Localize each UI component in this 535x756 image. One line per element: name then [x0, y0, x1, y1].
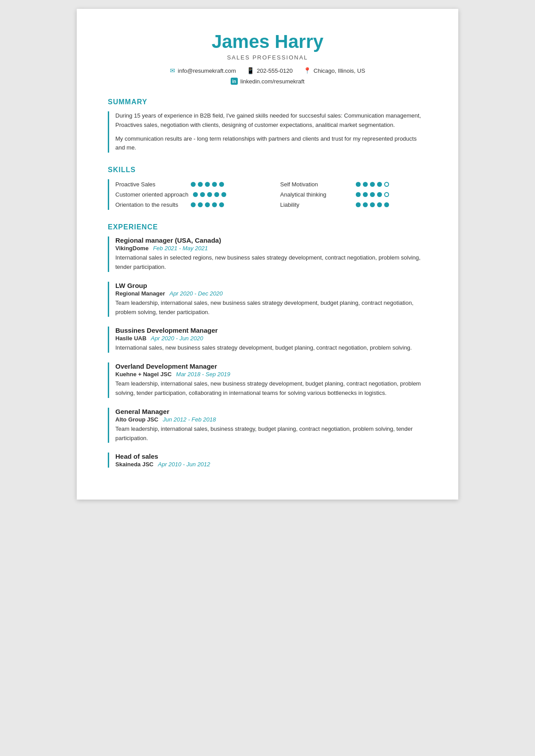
exp-company-skaineda: Skaineda JSC [115, 461, 153, 468]
skill-row-customer: Customer oriented approach [115, 189, 263, 200]
exp-title-haslle: Bussines Development Manager [115, 327, 427, 334]
skill-dots-motivation [356, 182, 389, 187]
exp-company-haslle: Haslle UAB [115, 335, 146, 342]
candidate-name: James Harry [108, 31, 427, 52]
phone-value: 202-555-0120 [257, 67, 293, 74]
exp-title-alto: General Manager [115, 408, 427, 415]
linkedin-contact: in linkedin.com/resumekraft [108, 78, 427, 85]
dot [363, 182, 368, 187]
dot [356, 182, 361, 187]
dot [214, 192, 219, 197]
exp-date-vikingdome: Feb 2021 - May 2021 [153, 245, 208, 252]
dot [377, 182, 382, 187]
email-icon: ✉ [170, 67, 175, 74]
exp-company-row-vikingdome: VikingDome Feb 2021 - May 2021 [115, 245, 427, 252]
exp-title-lwgroup: LW Group [115, 282, 427, 289]
exp-desc-alto: Team leadership, international sales, bu… [115, 425, 427, 443]
dot [198, 202, 203, 207]
exp-title-kuehne: Overland Development Manager [115, 362, 427, 370]
candidate-title: SALES PROFESSIONAL [108, 54, 427, 61]
exp-company-kuehne: Kuehne + Nagel JSC [115, 371, 172, 378]
exp-item-vikingdome: Regional manager (USA, Canada) VikingDom… [108, 236, 427, 272]
skill-dots-analytical [356, 192, 389, 197]
dot [191, 202, 196, 207]
dot [207, 192, 212, 197]
exp-desc-haslle: International sales, new business sales … [115, 343, 427, 353]
dot [193, 192, 198, 197]
exp-company-alto: Alto Group JSC [115, 416, 158, 423]
dot [356, 192, 361, 197]
skills-left: Proactive Sales Customer oriented approa… [115, 179, 263, 210]
exp-company-vikingdome: VikingDome [115, 245, 149, 252]
location-icon: 📍 [303, 67, 311, 74]
location-value: Chicago, Illinois, US [314, 67, 365, 74]
dot [363, 192, 368, 197]
exp-date-haslle: Apr 2020 - Jun 2020 [151, 335, 203, 342]
summary-para-2: My communication results are - long term… [115, 134, 427, 153]
dot [198, 182, 203, 187]
dot [221, 192, 226, 197]
exp-company-row-haslle: Haslle UAB Apr 2020 - Jun 2020 [115, 335, 427, 342]
exp-item-haslle: Bussines Development Manager Haslle UAB … [108, 327, 427, 353]
dot [356, 202, 361, 207]
dot [191, 182, 196, 187]
exp-desc-lwgroup: Team leadership, international sales, ne… [115, 299, 427, 317]
phone-icon: 📱 [247, 67, 254, 74]
linkedin-value: linkedin.com/resumekraft [240, 78, 305, 85]
exp-title-vikingdome: Regional manager (USA, Canada) [115, 236, 427, 244]
skill-dots-orientation [191, 202, 224, 207]
dot [205, 202, 210, 207]
exp-company-row-kuehne: Kuehne + Nagel JSC Mar 2018 - Sep 2019 [115, 371, 427, 378]
exp-company-lwgroup: Regional Manager [115, 290, 165, 297]
dot [384, 192, 389, 197]
exp-title-skaineda: Head of sales [115, 453, 427, 460]
skills-grid: Proactive Sales Customer oriented approa… [115, 179, 427, 210]
skill-dots-proactive [191, 182, 224, 187]
exp-item-kuehne: Overland Development Manager Kuehne + Na… [108, 362, 427, 398]
dot [377, 192, 382, 197]
exp-item-alto: General Manager Alto Group JSC Jun 2012 … [108, 408, 427, 443]
resume-document: James Harry SALES PROFESSIONAL ✉ info@re… [77, 9, 458, 500]
skill-row-orientation: Orientation to the results [115, 200, 263, 210]
dot [370, 192, 375, 197]
linkedin-icon: in [231, 78, 238, 85]
summary-section: SUMMARY During 15 years of experience in… [108, 98, 427, 153]
skill-label-orientation: Orientation to the results [115, 201, 186, 208]
skill-dots-customer [193, 192, 226, 197]
email-contact: ✉ info@resumekraft.com [170, 67, 236, 74]
last-name: Harry [275, 31, 323, 52]
skill-row-motivation: Self Motivation [280, 179, 428, 189]
dot [384, 182, 389, 187]
skills-section: SKILLS Proactive Sales [108, 166, 427, 210]
dot [377, 202, 382, 207]
experience-section: EXPERIENCE Regional manager (USA, Canada… [108, 223, 427, 468]
summary-content: During 15 years of experience in B2B fie… [108, 111, 427, 153]
skills-content: Proactive Sales Customer oriented approa… [108, 179, 427, 210]
skills-right: Self Motivation Analytical thinking [280, 179, 428, 210]
skills-title: SKILLS [108, 166, 427, 174]
contact-info: ✉ info@resumekraft.com 📱 202-555-0120 📍 … [108, 67, 427, 74]
dot [205, 182, 210, 187]
skill-row-analytical: Analytical thinking [280, 189, 428, 200]
dot [363, 202, 368, 207]
header-section: James Harry SALES PROFESSIONAL ✉ info@re… [108, 31, 427, 85]
dot [212, 182, 217, 187]
exp-date-kuehne: Mar 2018 - Sep 2019 [176, 371, 230, 378]
skill-label-motivation: Self Motivation [280, 181, 351, 188]
dot [370, 202, 375, 207]
exp-company-row-lwgroup: Regional Manager Apr 2020 - Dec 2020 [115, 290, 427, 297]
skill-row-liability: Liability [280, 200, 428, 210]
skill-label-liability: Liability [280, 201, 351, 208]
first-name: James [212, 31, 270, 52]
dot [370, 182, 375, 187]
summary-para-1: During 15 years of experience in B2B fie… [115, 111, 427, 130]
dot [212, 202, 217, 207]
dot [219, 202, 224, 207]
exp-item-lwgroup: LW Group Regional Manager Apr 2020 - Dec… [108, 282, 427, 317]
exp-desc-vikingdome: International sales in selected regions,… [115, 253, 427, 272]
dot [219, 182, 224, 187]
dot [384, 202, 389, 207]
experience-title: EXPERIENCE [108, 223, 427, 231]
exp-date-skaineda: Apr 2010 - Jun 2012 [158, 461, 210, 468]
skill-label-customer: Customer oriented approach [115, 191, 189, 198]
